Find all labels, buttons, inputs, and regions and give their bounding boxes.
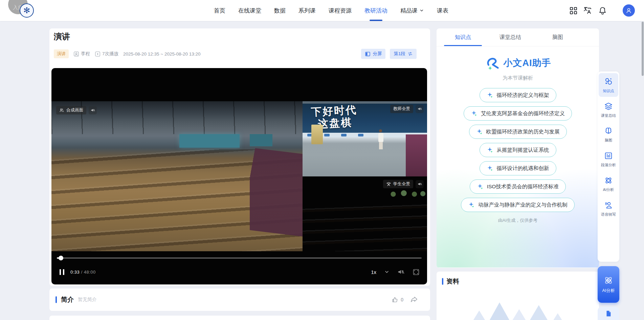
knowledge-point-label: ISO技术委员会的循环经济标准	[487, 183, 559, 190]
knowledge-point[interactable]: 艾伦麦克阿瑟基金会的循环经济定义	[464, 106, 572, 121]
person-icon	[625, 7, 632, 14]
duration: 48:00	[84, 270, 96, 275]
apps-grid-icon[interactable]	[569, 6, 578, 15]
nav-item-timetable[interactable]: 课表	[437, 0, 448, 21]
ai-assistant-header: 小文AI助手	[437, 55, 599, 71]
playback-speed[interactable]: 1x	[371, 269, 376, 275]
split-screen-button[interactable]: 分屏	[361, 49, 385, 59]
nav-label: 精品课	[400, 7, 418, 15]
fullscreen-icon[interactable]	[413, 269, 420, 276]
grid-glyph	[570, 7, 577, 14]
rail-item-ai-analysis[interactable]: AI分析	[599, 172, 618, 196]
nav-item-resources[interactable]: 课程资源	[329, 0, 352, 21]
knowledge-point[interactable]: 循环设计的机遇和创新	[480, 161, 556, 175]
rail-item-class-summary[interactable]: 课堂总结	[599, 98, 618, 122]
nav-label: 数据	[274, 7, 286, 15]
speech-transcription-icon	[604, 201, 613, 210]
sparkle-icon	[468, 201, 475, 208]
student-view: 学生全景	[303, 176, 427, 251]
tab-class-summary[interactable]: 课堂总结	[491, 28, 529, 46]
knowledge-point[interactable]: 循环经济的定义与框架	[480, 88, 556, 102]
empty-state-illustration	[466, 302, 569, 320]
composite-mute-icon[interactable]	[89, 106, 97, 114]
ai-panel: 知识点 课堂总结 脑图 小文AI助手 为本节课解析 循环经济的定义与框架	[437, 28, 599, 268]
knowledge-bubbles-icon	[604, 77, 613, 86]
nav-item-online-class[interactable]: 在线课堂	[238, 0, 261, 21]
knowledge-point[interactable]: ISO技术委员会的循环经济标准	[470, 179, 566, 194]
player-controls: 0:33 / 48:00 1x	[51, 265, 427, 279]
knowledge-point-label: 从摇篮到摇篮认证系统	[497, 147, 549, 154]
progress-bar[interactable]	[57, 257, 422, 259]
player-right-controls: 1x	[371, 268, 420, 276]
rail-item-knowledge-points[interactable]: 知识点	[599, 73, 618, 97]
play-count: 7次播放	[102, 51, 118, 57]
teacher-view: 下好时代 这盘棋 教师全景	[303, 101, 427, 176]
time-display: 0:33 / 48:00	[70, 270, 96, 275]
sparkle-icon	[487, 92, 493, 99]
like-button[interactable]: 0	[392, 296, 403, 303]
pause-button[interactable]	[60, 269, 64, 275]
nav-item-home[interactable]: 首页	[214, 0, 225, 21]
tab-mindmap[interactable]: 脑图	[539, 28, 577, 46]
ai-badge-text: AI	[607, 278, 610, 282]
brain-icon	[604, 127, 613, 135]
lesson-meta: 演讲 李程 7次播放 2025-08-20 12:35 ~ 2025-08-20…	[54, 49, 201, 58]
section-accent-bar	[442, 278, 443, 285]
ai-analysis-icon	[604, 176, 613, 185]
split-screen-label: 分屏	[373, 51, 382, 57]
tab-label: 脑图	[552, 34, 563, 41]
knowledge-point-list: 循环经济的定义与框架 艾伦麦克阿瑟基金会的循环经济定义 欧盟循环经济政策的历史与…	[437, 88, 599, 212]
lesson-tag-badge: 演讲	[54, 49, 69, 58]
document-floating-button[interactable]	[598, 307, 619, 320]
swap-arrows-icon	[407, 51, 413, 57]
segment-selector-button[interactable]: 第1段	[390, 49, 417, 59]
like-count: 0	[401, 297, 403, 302]
knowledge-point-label: 动脉产业与静脉产业的定义与合作机制	[478, 201, 568, 209]
nav-item-teaching-research[interactable]: 教研活动	[364, 0, 387, 21]
teacher-meta: 李程	[73, 51, 90, 57]
sparkle-icon	[476, 128, 483, 135]
speed-chevron-icon[interactable]	[384, 269, 390, 275]
active-tab-underline	[444, 45, 482, 46]
plants	[385, 188, 427, 198]
materials-card: 资料	[437, 272, 599, 320]
volume-muted-icon[interactable]	[397, 268, 405, 276]
nav-item-premium-courses[interactable]: 精品课	[400, 0, 424, 21]
rail-item-speech-transcription[interactable]: 语音转写	[599, 197, 618, 220]
knowledge-point-label: 欧盟循环经济政策的历史与发展	[486, 128, 560, 135]
rail-item-paragraph-analysis[interactable]: 段落分析	[599, 147, 618, 171]
video-player[interactable]: 合成画面 下好时代 这盘棋	[51, 68, 427, 284]
ai-disclaimer: 由AI生成，仅供参考	[437, 217, 599, 223]
progress-handle[interactable]	[59, 256, 63, 260]
section-accent-bar	[55, 296, 57, 303]
document-icon	[605, 310, 612, 317]
teacher-mute-icon[interactable]	[416, 105, 424, 113]
tab-knowledge-points[interactable]: 知识点	[444, 28, 482, 46]
translate-glyph	[583, 6, 592, 15]
knowledge-point[interactable]: 动脉产业与静脉产业的定义与合作机制	[461, 198, 575, 212]
rail-label: AI分析	[603, 187, 614, 192]
composite-label-text: 合成画面	[66, 107, 83, 113]
materials-header: 资料	[437, 272, 599, 286]
notification-bell-icon[interactable]	[598, 6, 607, 15]
knowledge-point[interactable]: 欧盟循环经济政策的历史与发展	[469, 125, 567, 139]
projection-screen	[250, 134, 272, 146]
sparkle-icon	[487, 165, 493, 172]
share-icon[interactable]	[410, 296, 418, 304]
user-avatar[interactable]	[623, 4, 635, 17]
materials-title: 资料	[446, 277, 459, 286]
rail-item-mindmap[interactable]: 脑图	[599, 123, 618, 146]
intro-actions: 0	[392, 296, 418, 304]
speaker-figure	[379, 129, 382, 132]
knowledge-point[interactable]: 从摇篮到摇篮认证系统	[480, 143, 556, 157]
translate-icon[interactable]	[583, 6, 592, 15]
rail-label: 脑图	[605, 138, 612, 143]
ai-analysis-floating-button[interactable]: AI AI分析	[598, 266, 619, 303]
nav-item-data[interactable]: 数据	[274, 0, 286, 21]
nav-item-series[interactable]: 系列课	[298, 0, 316, 21]
lesson-actions: 分屏 第1段	[361, 49, 417, 59]
student-mute-icon[interactable]	[416, 180, 424, 188]
ai-assistant-name: 小文AI助手	[504, 57, 551, 69]
intro-row: 简介 暂无简介 0	[49, 289, 430, 311]
page-scrollbar[interactable]	[642, 22, 644, 76]
